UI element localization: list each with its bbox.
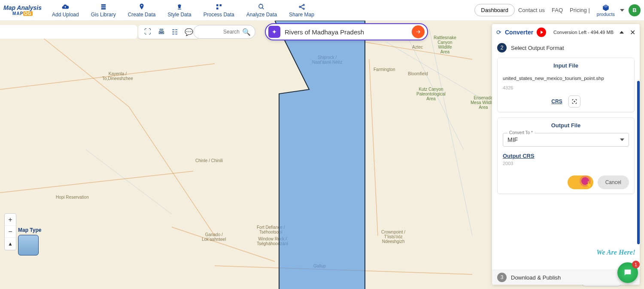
map-type-thumb[interactable] [18, 235, 39, 255]
step-2-badge: 2 [497, 43, 507, 52]
chat-button[interactable]: 1 [617, 262, 638, 283]
close-icon[interactable]: ✕ [630, 28, 635, 37]
pin-icon [138, 3, 146, 11]
map-label: RattlesnakeCanyonWildlifeArea [434, 35, 456, 54]
print-icon[interactable]: 🖶 [158, 28, 165, 36]
user-avatar[interactable]: B [629, 4, 641, 16]
crs-link[interactable]: CRS [551, 98, 562, 105]
output-file-card: Output File Convert To * MIF Output CRS … [497, 117, 635, 194]
svg-rect-1 [101, 6, 106, 7]
brand-subtitle: MAPOG [12, 11, 33, 16]
chevron-up-icon[interactable] [620, 31, 624, 34]
zoom-control: + − ▲ [4, 213, 16, 250]
search-box[interactable]: 🔍 [193, 25, 255, 39]
search-icon[interactable]: 🔍 [242, 28, 251, 36]
comment-icon[interactable]: 💬 [185, 28, 193, 36]
map-label: Aztec [412, 45, 423, 49]
contact-link[interactable]: Contact us [518, 7, 545, 13]
nav-process-data[interactable]: Process Data [204, 3, 234, 18]
step-2-label: Select Output Format [511, 45, 564, 51]
map-toolbar: ⛶ 🖶 ☷ 💬 [138, 25, 199, 39]
step-3-label: Download & Publish [511, 274, 561, 281]
nav-create-data[interactable]: Create Data [128, 3, 156, 18]
microscope-icon [176, 3, 183, 11]
cloud-upload-icon [61, 3, 69, 11]
input-file-name: united_states_new_mexico_tourism_point.s… [503, 73, 629, 83]
nav-add-upload[interactable]: Add Upload [52, 3, 79, 18]
input-file-card: Input File united_states_new_mexico_tour… [497, 58, 635, 112]
output-crs-link[interactable]: Output CRS [503, 153, 629, 159]
cursor-icon: 👆 [585, 181, 592, 188]
north-arrow-button[interactable]: ▲ [5, 238, 16, 250]
user-menu-caret-icon[interactable] [620, 9, 624, 12]
map-type-label: Map Type [18, 227, 41, 233]
cube-icon [602, 4, 610, 12]
top-nav: Map Analysis MAPOG Add Upload Gis Librar… [0, 0, 644, 21]
panel-header: ⟳ Converter Conversion Left - 494.49 MB … [492, 24, 640, 40]
chat-icon [623, 268, 632, 277]
map-type-switcher: Map Type [18, 227, 41, 255]
brand-logo[interactable]: Map Analysis MAPOG [3, 4, 42, 16]
brand-title: Map Analysis [3, 4, 42, 11]
map-label: Kayenta /To,Dineeshzhee [102, 71, 133, 81]
svg-line-18 [369, 59, 378, 236]
panel-title: Converter [505, 29, 533, 36]
conversion-left: Conversion Left - 494.49 MB [553, 30, 614, 35]
reload-icon[interactable]: ⟳ [496, 29, 501, 36]
nav-share-map[interactable]: Share Map [289, 3, 314, 18]
convert-to-label: Convert To * [507, 130, 535, 135]
map-label: Ganado /Lok'aahnteel [202, 232, 226, 242]
map-label: Hopi Reservation [56, 195, 89, 200]
input-crs-value: 4326 [503, 83, 629, 92]
map-label: Crownpoint /T'iists'óózNdeeshgizh [381, 230, 405, 244]
products-menu[interactable]: products [597, 4, 615, 17]
fullscreen-icon[interactable]: ⛶ [144, 28, 151, 36]
dashboard-button[interactable]: Dashboard [474, 4, 515, 16]
map-label: Bloomfield [408, 71, 428, 76]
nav-gis-library[interactable]: Gis Library [91, 3, 116, 18]
chevron-down-icon [620, 138, 624, 141]
map-selection-polygon [275, 21, 369, 289]
input-heading: Input File [503, 62, 629, 69]
svg-point-6 [303, 4, 304, 6]
panel-scrollbar[interactable] [637, 81, 640, 244]
map-label: Farmington [374, 67, 395, 72]
cancel-button[interactable]: Cancel [598, 175, 629, 189]
crosshair-icon [571, 98, 577, 105]
map-label: Chinle / Chinili [195, 158, 223, 163]
svg-point-21 [574, 101, 575, 102]
output-crs-value: 2003 [503, 159, 629, 168]
converter-panel: ⟳ Converter Conversion Left - 494.49 MB … [492, 24, 640, 285]
faq-link[interactable]: FAQ [552, 7, 563, 13]
output-heading: Output File [503, 122, 629, 129]
measure-icon[interactable]: ☷ [172, 28, 178, 36]
sparkle-icon[interactable]: ✦ [268, 26, 280, 38]
svg-rect-2 [101, 8, 106, 9]
map-title: Rivers of Madhaya Pradesh [285, 28, 364, 36]
nav-analyze-data[interactable]: Analyze Data [246, 3, 277, 18]
svg-line-14 [0, 171, 193, 193]
arrow-right-icon [415, 29, 421, 35]
convert-to-select[interactable]: Convert To * MIF [503, 133, 629, 147]
crs-scan-button[interactable] [568, 95, 580, 108]
step-2-header[interactable]: 2 Select Output Format [492, 40, 640, 55]
svg-point-5 [299, 6, 301, 7]
youtube-icon[interactable] [537, 28, 546, 37]
convert-to-value: MIF [507, 136, 518, 143]
convert-button[interactable]: 👆 [568, 175, 593, 189]
map-title-pill: ✦ Rivers of Madhaya Pradesh [265, 23, 428, 40]
search-input[interactable] [198, 29, 240, 35]
layers-icon [100, 3, 107, 11]
chat-badge: 1 [632, 261, 640, 268]
svg-point-3 [141, 5, 143, 6]
chat-bubble-text: We Are Here! [596, 249, 635, 256]
svg-point-7 [303, 8, 304, 9]
pricing-link[interactable]: Pricing | [570, 7, 590, 13]
zoom-in-button[interactable]: + [5, 214, 16, 226]
toolbar-strip [0, 25, 137, 39]
go-button[interactable] [412, 25, 425, 38]
map-label: Kutz CanyonPaleontologicalArea [416, 87, 446, 101]
zoom-out-button[interactable]: − [5, 226, 16, 238]
nav-style-data[interactable]: Style Data [167, 3, 191, 18]
svg-line-10 [429, 29, 472, 236]
